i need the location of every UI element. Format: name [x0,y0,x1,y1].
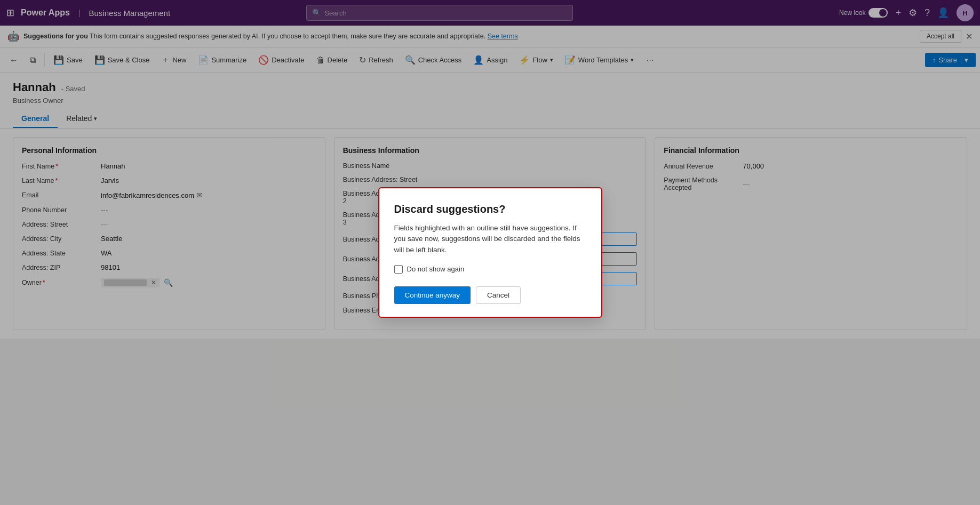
dialog-title: Discard suggestions? [394,203,586,215]
cancel-button[interactable]: Cancel [476,286,521,304]
continue-anyway-button[interactable]: Continue anyway [394,286,471,304]
modal-overlay: Discard suggestions? Fields highlighted … [0,0,980,339]
dialog-body: Fields highlighted with an outline still… [394,223,586,255]
do-not-show-checkbox[interactable] [394,265,403,274]
dialog-checkbox-row: Do not show again [394,265,586,274]
discard-suggestions-dialog: Discard suggestions? Fields highlighted … [378,187,602,318]
do-not-show-label[interactable]: Do not show again [407,265,465,273]
dialog-buttons: Continue anyway Cancel [394,286,586,304]
